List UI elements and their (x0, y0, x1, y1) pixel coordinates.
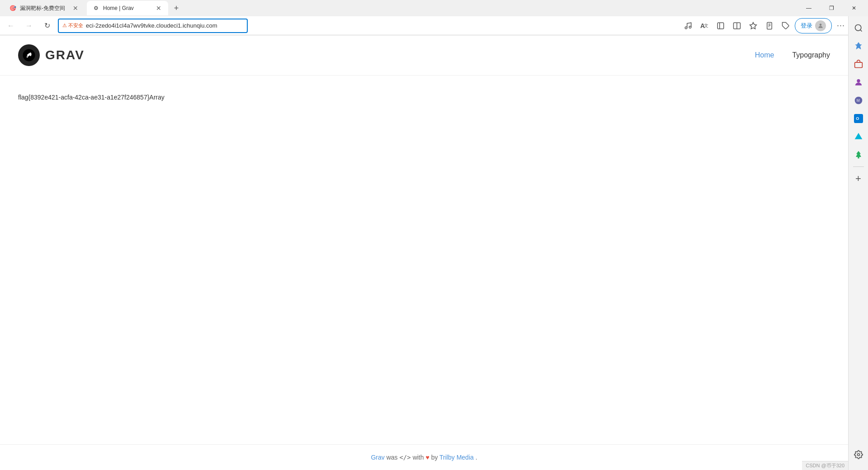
sidebar-bottom-area (850, 446, 867, 466)
login-button[interactable]: 登录 (795, 18, 832, 33)
webpage-nav-links: Home Typography (755, 51, 830, 59)
logo-circle (18, 44, 40, 66)
favorites-button[interactable] (746, 19, 760, 33)
collections-button[interactable] (762, 19, 777, 33)
immersive-reader-button[interactable] (713, 19, 728, 33)
webpage-header: GRAV Home Typography (0, 35, 848, 76)
nav-link-home[interactable]: Home (755, 51, 774, 59)
footer-by-text: by (431, 454, 439, 461)
flag-content: flag{8392e421-acfa-42ca-ae31-a1e27f24685… (18, 94, 830, 101)
tab2-close-button[interactable]: ✕ (155, 4, 163, 12)
svg-point-15 (855, 25, 861, 31)
svg-rect-17 (854, 62, 862, 68)
svg-text:M: M (856, 98, 859, 103)
tabs-area: 🎯 漏洞靶标-免费空间 ✕ ⚙ Home | Grav ✕ + (4, 1, 797, 15)
back-button[interactable]: ← (4, 19, 18, 33)
footer-was-text: was (387, 454, 400, 461)
webpage-main: flag{8392e421-acfa-42ca-ae31-a1e27f24685… (0, 76, 848, 444)
sidebar-settings-button[interactable] (850, 446, 867, 463)
maximize-button[interactable]: ❐ (821, 1, 842, 15)
security-warning: ⚠ 不安全 (62, 22, 83, 29)
webpage: GRAV Home Typography flag{8392e421-acfa-… (0, 35, 848, 470)
browser-body: GRAV Home Typography flag{8392e421-acfa-… (0, 35, 868, 470)
footer-heart-icon: ♥ (425, 454, 429, 461)
svg-point-1 (689, 26, 691, 28)
svg-rect-2 (717, 23, 724, 29)
tab2-title: Home | Grav (103, 5, 151, 11)
more-button[interactable]: ··· (834, 19, 848, 33)
address-bar-container: ⚠ 不安全 (58, 19, 677, 33)
address-input[interactable] (86, 22, 243, 29)
close-button[interactable]: ✕ (844, 1, 864, 15)
sidebar-pin-button[interactable] (850, 38, 867, 54)
sidebar-games-button[interactable] (850, 128, 867, 145)
footer-code-label: </> (399, 454, 410, 461)
browser-window: 🎯 漏洞靶标-免费空间 ✕ ⚙ Home | Grav ✕ + — ❐ ✕ ← … (0, 0, 868, 470)
svg-text:O: O (856, 116, 859, 121)
logo-text: GRAV (45, 48, 85, 62)
avatar (815, 20, 826, 31)
logo-area: GRAV (18, 44, 85, 66)
sidebar-tree-button[interactable] (850, 147, 867, 163)
svg-point-14 (27, 56, 28, 57)
tab-vuln[interactable]: 🎯 漏洞靶标-免费空间 ✕ (4, 1, 85, 15)
address-bar[interactable]: ⚠ 不安全 (58, 19, 248, 33)
svg-point-12 (820, 24, 822, 26)
svg-point-18 (857, 79, 860, 82)
sidebar-person-button[interactable] (850, 74, 867, 90)
svg-point-23 (857, 454, 859, 456)
sidebar-search-button[interactable] (850, 20, 867, 36)
translate-button[interactable]: A 文 (697, 19, 712, 33)
tab1-close-button[interactable]: ✕ (71, 4, 80, 12)
sidebar-separator (853, 166, 864, 167)
sidebar-add-button[interactable]: + (850, 171, 867, 187)
refresh-button[interactable]: ↻ (40, 19, 54, 33)
footer-grav-link[interactable]: Grav (371, 454, 384, 461)
nav-icons: A 文 登录 ··· (681, 18, 864, 33)
svg-line-16 (860, 30, 862, 32)
footer-trilby-link[interactable]: Trilby Media (439, 454, 474, 461)
tab1-title: 漏洞靶标-免费空间 (20, 5, 68, 12)
status-bar: CSDN @币于320 (802, 461, 848, 470)
sidebar-office-button[interactable]: M (850, 92, 867, 109)
new-tab-button[interactable]: + (170, 2, 183, 14)
login-label: 登录 (801, 22, 812, 30)
csdn-label: CSDN @币于320 (806, 463, 844, 468)
nav-link-typography[interactable]: Typography (792, 51, 830, 59)
read-aloud-button[interactable] (681, 19, 695, 33)
window-controls: — ❐ ✕ (798, 1, 864, 15)
nav-bar: ← → ↻ ⚠ 不安全 A 文 (0, 16, 868, 35)
svg-marker-6 (750, 22, 757, 28)
webpage-footer: Grav was </> with ♥ by Trilby Media . (0, 444, 848, 470)
sidebar-shopping-button[interactable] (850, 56, 867, 72)
tab1-favicon: 🎯 (9, 5, 16, 12)
title-bar: 🎯 漏洞靶标-免费空间 ✕ ⚙ Home | Grav ✕ + — ❐ ✕ (0, 0, 868, 16)
split-screen-button[interactable] (730, 19, 744, 33)
footer-with-text: with (413, 454, 426, 461)
forward-button[interactable]: → (22, 19, 36, 33)
footer-period: . (476, 454, 477, 461)
grav-logo-icon (22, 48, 36, 62)
tab2-favicon: ⚙ (92, 5, 99, 12)
extensions-button[interactable] (778, 19, 793, 33)
minimize-button[interactable]: — (798, 1, 819, 15)
sidebar-outlook-button[interactable]: O (850, 110, 867, 127)
tab-grav[interactable]: ⚙ Home | Grav ✕ (87, 1, 168, 15)
right-sidebar: M O + (848, 16, 868, 470)
svg-point-0 (685, 27, 687, 29)
